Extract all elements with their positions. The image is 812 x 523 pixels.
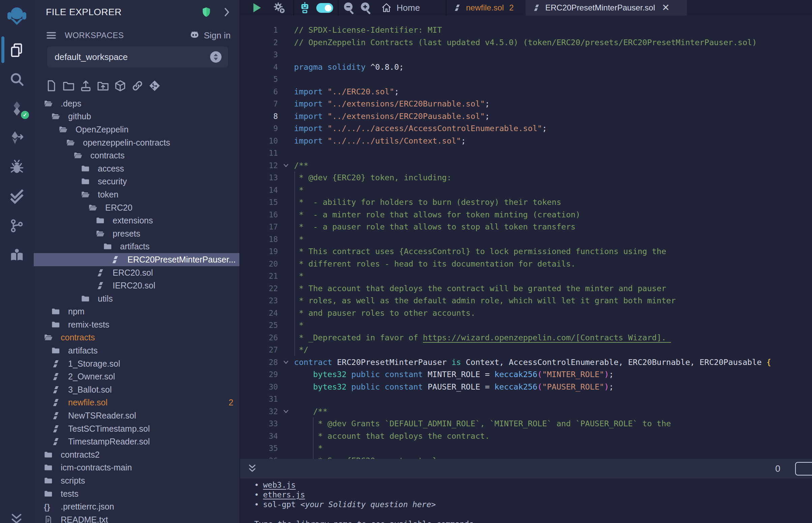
tree-item-contracts[interactable]: contracts [34,149,240,162]
folder-icon [81,164,90,173]
code-line: 9import "../../../access/AccessControlEn… [240,122,812,135]
tree-item-label: npm [68,307,85,317]
toolbar-separator [338,0,338,16]
code-line: 33 * @dev Grants `DEFAULT_ADMIN_ROLE`, `… [240,417,812,430]
tree-item-tests[interactable]: tests [34,487,240,501]
tree-item-label: extensions [113,216,153,226]
ai-copilot-toggle[interactable] [316,3,333,13]
tree-item-contracts2[interactable]: contracts2 [34,448,240,461]
tree-item-newtsreader.sol[interactable]: NewTSReader.sol [34,409,240,422]
tree-item-presets[interactable]: presets [34,227,240,240]
shield-icon[interactable] [201,7,212,18]
workspaces-menu-icon[interactable] [46,30,57,41]
tree-item-label: github [68,111,91,121]
new-folder-icon[interactable] [63,79,75,92]
tab-newfile-sol[interactable]: newfile.sol 2 [446,0,525,16]
tree-item-scripts[interactable]: scripts [34,474,240,487]
tree-item-1_storage.sol[interactable]: 1_Storage.sol [34,357,240,371]
tree-item-2_owner.sol[interactable]: 2_Owner.sol [34,370,240,383]
activity-git-button[interactable] [0,211,34,240]
tree-item-newfile.sol[interactable]: newfile.sol2 [34,396,240,410]
link-icon[interactable] [131,79,144,92]
tab-erc20presetminterpauser-sol[interactable]: ERC20PresetMinterPauser.sol ✕ [526,0,687,16]
fold-chevron-icon[interactable] [278,405,294,418]
git-clone-icon[interactable] [148,79,161,92]
tree-item-utils[interactable]: utils [34,292,240,305]
line-number: 24 [240,307,278,320]
tree-item-remix-tests[interactable]: remix-tests [34,318,240,331]
tree-item-label: ERC20.sol [113,268,153,278]
line-number: 18 [240,233,278,246]
tree-item-openzeppelin-contracts[interactable]: openzeppelin-contracts [34,136,240,149]
folder-icon [51,346,60,355]
compile-run-settings-button[interactable] [270,0,289,16]
fold-gutter [278,368,294,381]
tab-home[interactable]: Home [381,0,420,16]
activity-more-icon[interactable] [10,512,23,523]
solidity-file-icon [51,424,60,433]
fold-chevron-icon[interactable] [278,356,294,369]
code-text: * roles, as well as the default admin ro… [294,294,676,307]
tree-item-erc20presetminterpauser...[interactable]: ERC20PresetMinterPauser... [34,253,240,266]
tree-item-readme.txt[interactable]: README.txt [34,513,240,523]
tree-item-testsctimestamp.sol[interactable]: TestSCTimestamp.sol [34,422,240,435]
zoom-in-button[interactable] [358,0,374,16]
tree-item-3_ballot.sol[interactable]: 3_Ballot.sol [34,383,240,396]
tree-item-erc20.sol[interactable]: ERC20.sol [34,266,240,279]
ai-assistant-robot-icon[interactable] [296,0,314,16]
activity-unit-testing-button[interactable] [0,182,34,211]
upload-folder-icon[interactable] [97,79,109,92]
tree-item-access[interactable]: access [34,162,240,175]
chevron-right-icon[interactable] [221,7,232,18]
fold-gutter [278,307,294,320]
remix-logo-icon[interactable] [6,5,28,26]
tree-item-erc20[interactable]: ERC20 [34,201,240,214]
tree-item-.deps[interactable]: .deps [34,97,240,110]
workspace-select[interactable]: default_workspace [47,47,228,67]
upload-file-icon[interactable] [80,79,92,92]
tree-item-github[interactable]: github [34,110,240,123]
file-explorer-panel: FILE EXPLORER WORKSPACES Sign in [34,0,240,523]
remix-ide-window: ✓ FILE EXPLORER WORKSPACES [0,0,812,523]
tree-item-extensions[interactable]: extensions [34,214,240,227]
tree-item-ierc20.sol[interactable]: IERC20.sol [34,279,240,292]
code-editor[interactable]: 1// SPDX-License-Identifier: MIT2// Open… [240,16,812,459]
fold-gutter [278,417,294,430]
fold-chevron-icon[interactable] [278,159,294,172]
activity-files-button[interactable] [0,35,34,65]
run-script-button[interactable] [248,0,265,16]
tree-item-artifacts[interactable]: artifacts [34,344,240,357]
terminal-output[interactable]: •web3.js•ethers.js•sol-gpt <your Solidit… [240,479,812,523]
terminal-line[interactable]: •ethers.js [254,490,812,500]
tree-item-openzeppelin[interactable]: OpenZeppelin [34,123,240,136]
tree-item-token[interactable]: token [34,188,240,201]
activity-debugger-button[interactable] [0,152,34,182]
activity-search-button[interactable] [0,65,34,94]
zoom-out-button[interactable] [341,0,357,16]
activity-deploy-run-button[interactable] [0,123,34,152]
line-number: 1 [240,24,278,36]
tree-item-.prettierrc.json[interactable]: {}.prettierrc.json [34,500,240,513]
code-line: 31 [240,393,812,405]
activity-solidity-compiler-button[interactable]: ✓ [0,94,34,123]
tree-item-label: OpenZeppelin [75,125,128,134]
tree-item-artifacts[interactable]: artifacts [34,240,240,253]
tree-item-label: tests [61,489,78,499]
tree-item-contracts[interactable]: contracts [34,331,240,344]
sign-in-button[interactable]: Sign in [204,30,231,41]
new-file-icon[interactable] [45,79,58,92]
terminal-search-input[interactable] [795,462,812,475]
terminal-collapse-icon[interactable] [247,463,258,474]
tree-item-security[interactable]: security [34,175,240,188]
terminal-line[interactable]: •web3.js [254,480,812,490]
tree-item-icm-contracts-main[interactable]: icm-contracts-main [34,461,240,474]
terminal-line[interactable]: •sol-gpt <your Solidity question here> [254,500,812,509]
tree-item-timestampreader.sol[interactable]: TimestampReader.sol [34,435,240,448]
activity-learneth-button[interactable] [0,240,34,270]
line-number: 35 [240,442,278,455]
code-line: 23 * roles, as well as the default admin… [240,294,812,307]
tree-item-npm[interactable]: npm [34,305,240,319]
cube-icon[interactable] [114,79,126,92]
code-line: 35 * [240,442,812,455]
close-icon[interactable]: ✕ [661,3,669,13]
